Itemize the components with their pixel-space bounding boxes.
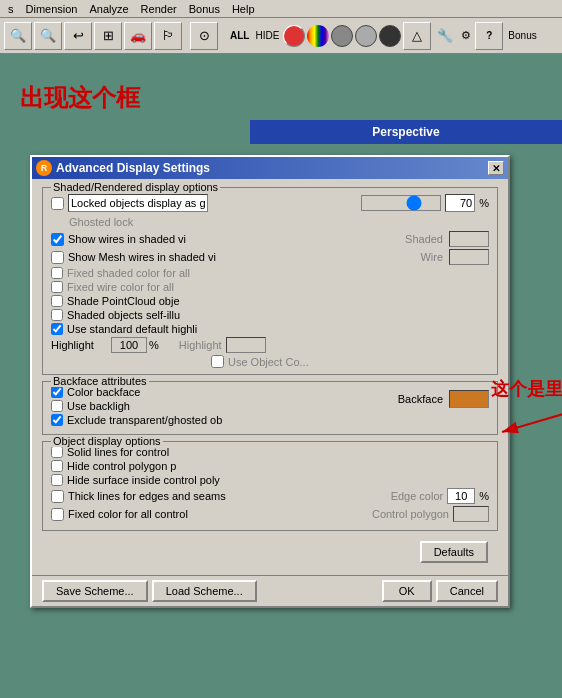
solid-lines-row: Solid lines for control xyxy=(51,446,489,458)
control-polygon-swatch[interactable] xyxy=(453,506,489,522)
fixed-wire-checkbox[interactable] xyxy=(51,281,63,293)
save-scheme-button[interactable]: Save Scheme... xyxy=(42,580,148,602)
use-backlight-label: Use backligh xyxy=(67,400,130,412)
menu-bonus[interactable]: Bonus xyxy=(183,2,226,16)
cancel-button[interactable]: Cancel xyxy=(436,580,498,602)
solid-lines-checkbox[interactable] xyxy=(51,446,63,458)
ghosted-lock-label: Ghosted lock xyxy=(69,216,489,228)
highlight-right-label: Highlight xyxy=(179,339,222,351)
use-standard-checkbox[interactable] xyxy=(51,323,63,335)
toolbar-flag-btn[interactable]: 🏳 xyxy=(154,22,182,50)
use-obj-color-row: Use Object Co... xyxy=(211,355,489,368)
use-standard-label: Use standard default highli xyxy=(67,323,197,335)
dialog-footer: Save Scheme... Load Scheme... OK Cancel xyxy=(32,575,508,606)
edge-pct: % xyxy=(479,490,489,502)
fixed-color-row: Fixed color for all control Control poly… xyxy=(51,506,489,522)
ghost-slider-value[interactable] xyxy=(445,194,475,212)
toolbar-btn2[interactable]: 🔍 xyxy=(34,22,62,50)
toolbar-dark1[interactable] xyxy=(379,25,401,47)
show-mesh-wires-row: Show Mesh wires in shaded vi Wire xyxy=(51,249,489,265)
thick-lines-checkbox[interactable] xyxy=(51,490,64,503)
wire-swatch[interactable] xyxy=(449,249,489,265)
toolbar-grid-btn[interactable]: ⊞ xyxy=(94,22,122,50)
dialog-icon: R xyxy=(36,160,52,176)
backface-right: Backface xyxy=(398,390,489,408)
menu-dimension[interactable]: Dimension xyxy=(20,2,84,16)
load-scheme-button[interactable]: Load Scheme... xyxy=(152,580,257,602)
hide-control-label: Hide control polygon p xyxy=(67,460,176,472)
backface-swatch-label: Backface xyxy=(398,393,443,405)
toolbar-circle-btn[interactable]: ⊙ xyxy=(190,22,218,50)
top-annotation: 出现这个框 xyxy=(20,82,140,114)
toolbar-gray2[interactable] xyxy=(355,25,377,47)
toolbar-search-btn[interactable]: 🔍 xyxy=(4,22,32,50)
highlight-right: Highlight xyxy=(179,337,266,353)
hide-surface-checkbox[interactable] xyxy=(51,474,63,486)
viewport-titlebar: Perspective xyxy=(250,120,562,144)
highlight-input[interactable] xyxy=(111,337,147,353)
highlight-pct: % xyxy=(149,339,159,351)
menu-help[interactable]: Help xyxy=(226,2,261,16)
fixed-shaded-checkbox[interactable] xyxy=(51,267,63,279)
shaded-swatch[interactable] xyxy=(449,231,489,247)
toolbar-gray1[interactable] xyxy=(331,25,353,47)
toolbar: 🔍 🔍 ↩ ⊞ 🚗 🏳 ⊙ ALL HIDE △ 🔧 ⚙ ? Bonus xyxy=(0,18,562,54)
exclude-transparent-checkbox[interactable] xyxy=(51,414,63,426)
backface-left: Color backface Use backligh Exclude tran… xyxy=(51,386,398,428)
ghost-lock-row: % xyxy=(51,194,489,212)
toolbar-color2[interactable] xyxy=(307,25,329,47)
toolbar-car-btn[interactable]: 🚗 xyxy=(124,22,152,50)
all-label: ALL xyxy=(228,30,251,41)
menu-render[interactable]: Render xyxy=(135,2,183,16)
control-polygon-label: Control polygon xyxy=(372,508,449,520)
shaded-label: Shaded xyxy=(405,233,443,245)
ghost-slider[interactable] xyxy=(361,195,441,211)
show-mesh-wires-checkbox[interactable] xyxy=(51,251,64,264)
fixed-shaded-row: Fixed shaded color for all xyxy=(51,267,489,279)
highlight-row: Highlight % Highlight xyxy=(51,337,489,353)
ghost-pct: % xyxy=(479,197,489,209)
fixed-color-checkbox[interactable] xyxy=(51,508,64,521)
use-backlight-row: Use backligh xyxy=(51,400,398,412)
show-wires-row: Show wires in shaded vi Shaded xyxy=(51,231,489,247)
exclude-transparent-row: Exclude transparent/ghosted ob xyxy=(51,414,398,426)
menubar: s Dimension Analyze Render Bonus Help xyxy=(0,0,562,18)
ok-button[interactable]: OK xyxy=(382,580,432,602)
hide-control-row: Hide control polygon p xyxy=(51,460,489,472)
menu-s[interactable]: s xyxy=(2,2,20,16)
backface-content: Color backface Use backligh Exclude tran… xyxy=(51,386,489,428)
highlight-swatch[interactable] xyxy=(226,337,266,353)
shade-pointcloud-checkbox[interactable] xyxy=(51,295,63,307)
object-display-group: Object display options Solid lines for c… xyxy=(42,441,498,531)
toolbar-btn3[interactable]: ↩ xyxy=(64,22,92,50)
shaded-rendered-group: Shaded/Rendered display options % Ghoste… xyxy=(42,187,498,375)
defaults-button[interactable]: Defaults xyxy=(420,541,488,563)
thick-lines-row: Thick lines for edges and seams Edge col… xyxy=(51,488,489,504)
show-wires-checkbox[interactable] xyxy=(51,233,64,246)
highlight-label: Highlight xyxy=(51,339,111,351)
ghost-lock-checkbox[interactable] xyxy=(51,197,64,210)
solid-lines-label: Solid lines for control xyxy=(67,446,169,458)
use-obj-color-checkbox[interactable] xyxy=(211,355,224,368)
shade-pointcloud-row: Shade PointCloud obje xyxy=(51,295,489,307)
dialog-titlebar: R Advanced Display Settings ✕ xyxy=(32,157,508,179)
toolbar-help-btn[interactable]: ? xyxy=(475,22,503,50)
edge-color-label: Edge color xyxy=(391,490,444,502)
shaded-self-illum-checkbox[interactable] xyxy=(51,309,63,321)
use-backlight-checkbox[interactable] xyxy=(51,400,63,412)
annotation-arrow xyxy=(497,402,562,442)
exclude-transparent-label: Exclude transparent/ghosted ob xyxy=(67,414,222,426)
dialog-title: Advanced Display Settings xyxy=(56,161,210,175)
color-backface-checkbox[interactable] xyxy=(51,386,63,398)
dialog-close-button[interactable]: ✕ xyxy=(488,161,504,175)
hide-control-checkbox[interactable] xyxy=(51,460,63,472)
hide-label: HIDE xyxy=(253,30,281,41)
toolbar-color1[interactable] xyxy=(283,25,305,47)
toolbar-triangle[interactable]: △ xyxy=(403,22,431,50)
use-obj-color-label: Use Object Co... xyxy=(228,356,309,368)
backface-color-swatch[interactable] xyxy=(449,390,489,408)
edge-color-value[interactable] xyxy=(447,488,475,504)
ghost-lock-input[interactable] xyxy=(68,194,208,212)
menu-analyze[interactable]: Analyze xyxy=(83,2,134,16)
use-standard-default-row: Use standard default highli xyxy=(51,323,489,335)
